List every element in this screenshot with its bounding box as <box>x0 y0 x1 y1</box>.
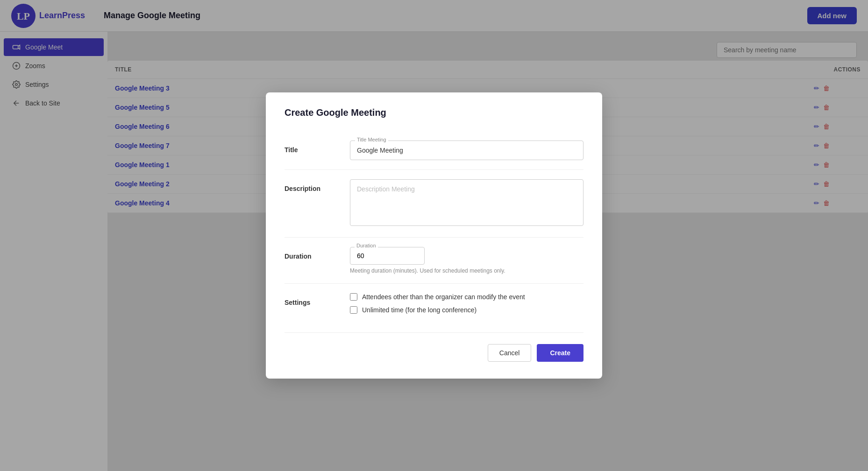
form-row-duration: Duration Duration Meeting duration (minu… <box>285 238 583 284</box>
title-field-wrapper: Title Meeting <box>350 141 583 160</box>
duration-label: Duration <box>285 247 331 260</box>
modal-footer: Cancel Create <box>285 344 583 362</box>
checkbox-modify-event-label: Attendees other than the organizer can m… <box>362 293 525 301</box>
duration-field-wrap: Duration Meeting duration (minutes). Use… <box>350 247 583 274</box>
checkbox-unlimited-time-input[interactable] <box>350 306 357 314</box>
duration-wrapper: Duration <box>350 247 583 265</box>
form-row-description: Description <box>285 170 583 238</box>
duration-field-label: Duration <box>355 243 378 248</box>
create-meeting-modal: Create Google Meeting Title Title Meetin… <box>266 92 602 379</box>
duration-input[interactable] <box>350 247 425 265</box>
checkbox-unlimited-time[interactable]: Unlimited time (for the long conference) <box>350 306 583 314</box>
modal-overlay: Create Google Meeting Title Title Meetin… <box>0 0 868 471</box>
cancel-button[interactable]: Cancel <box>488 344 532 362</box>
title-label: Title <box>285 141 331 154</box>
checkbox-unlimited-time-label: Unlimited time (for the long conference) <box>362 306 477 314</box>
duration-hint: Meeting duration (minutes). Used for sch… <box>350 267 583 274</box>
form-row-title: Title Title Meeting <box>285 131 583 170</box>
title-field-label: Title Meeting <box>355 137 388 142</box>
description-textarea[interactable] <box>350 179 583 226</box>
settings-field-wrap: Attendees other than the organizer can m… <box>350 293 583 319</box>
title-field-wrap: Title Meeting <box>350 141 583 160</box>
form-row-settings: Settings Attendees other than the organi… <box>285 284 583 329</box>
checkbox-modify-event-input[interactable] <box>350 293 357 301</box>
description-label: Description <box>285 179 331 192</box>
modal-title: Create Google Meeting <box>285 107 583 118</box>
title-input[interactable] <box>350 141 583 160</box>
description-field-wrap <box>350 179 583 228</box>
create-button[interactable]: Create <box>537 344 583 362</box>
checkbox-modify-event[interactable]: Attendees other than the organizer can m… <box>350 293 583 301</box>
settings-label: Settings <box>285 293 331 306</box>
